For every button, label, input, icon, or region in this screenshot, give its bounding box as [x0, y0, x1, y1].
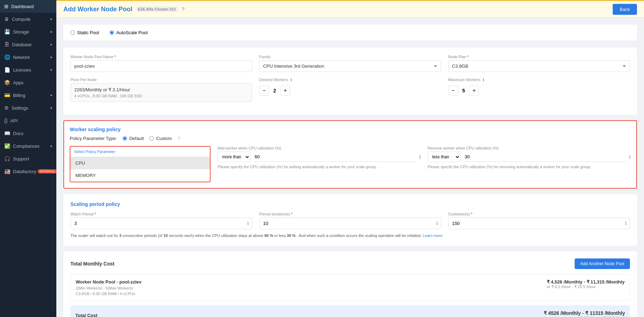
main-form-section: Worker Node Pool Name * Family CPU Inten… — [63, 48, 637, 115]
add-worker-condition-select[interactable]: more than less than — [218, 152, 250, 162]
period-inputs-row: Watch Period * ℹ Period duration(s) * — [70, 212, 630, 229]
max-workers-group: Maximum Workers ℹ − 5 + — [448, 78, 630, 102]
custom-policy-radio[interactable] — [149, 136, 154, 141]
period-duration-label: Period duration(s) * — [259, 212, 441, 216]
watch-period-info-icon[interactable]: ℹ — [244, 218, 252, 229]
autoscale-pool-radio[interactable] — [110, 30, 114, 35]
policy-dropdown-header: Select Policy Parameter — [70, 147, 210, 157]
add-another-node-pool-button[interactable]: Add Another Node Pool — [575, 258, 630, 269]
chevron-icon: ▾ — [50, 43, 52, 47]
sidebar-item-licenses[interactable]: 📄 Licenses ▾ — [0, 63, 56, 76]
autoscale-pool-label: AutoScale Pool — [116, 30, 148, 35]
watch-period-input[interactable] — [71, 218, 244, 229]
remove-worker-value-input[interactable] — [463, 152, 626, 162]
policy-params-container: Select Policy Parameter CPU MEMORY Add w… — [70, 146, 631, 182]
family-select[interactable]: CPU Intensive 3rd Generation — [259, 60, 441, 72]
total-cost-label: Total Cost — [75, 313, 98, 317]
sidebar-item-billing[interactable]: 💳 Billing ▾ — [0, 89, 56, 102]
desired-workers-label: Desired Workers ℹ — [259, 78, 441, 82]
remove-worker-label: Remove worker when CPU utilization (%) — [428, 146, 631, 150]
static-pool-radio[interactable] — [70, 30, 75, 35]
back-button[interactable]: Back — [613, 4, 637, 15]
sidebar-item-label: Support — [13, 156, 29, 161]
desired-workers-decrement[interactable]: − — [259, 86, 269, 96]
remove-worker-description: Please specify the CPU utilization (%) f… — [428, 164, 631, 170]
default-policy-label: Default — [129, 136, 144, 141]
sidebar-item-compliances[interactable]: ✅ Compliances ▾ — [0, 140, 56, 152]
period-duration-info-icon[interactable]: ℹ — [433, 218, 441, 229]
cost-node-card: Worker Node Pool - pool-zziev 2(Min Work… — [70, 274, 630, 301]
price-label: Price Per Node — [70, 78, 252, 82]
max-workers-info-icon[interactable]: ℹ — [483, 78, 484, 82]
sidebar-item-support[interactable]: 🎧 Support — [0, 152, 56, 165]
desired-workers-increment[interactable]: + — [280, 86, 290, 96]
desired-workers-info-icon[interactable]: ℹ — [290, 78, 292, 82]
autoscale-pool-option[interactable]: AutoScale Pool — [110, 30, 148, 35]
cooldown-input[interactable] — [449, 218, 622, 229]
sidebar-item-label: Network — [13, 55, 30, 60]
add-worker-value-input[interactable] — [253, 152, 416, 162]
period-duration-wrapper: ℹ — [259, 218, 441, 229]
add-worker-info-icon[interactable]: ℹ — [419, 154, 421, 160]
sidebar-item-label: Datafactory — [13, 169, 36, 174]
add-worker-col: Add worker when CPU utilization (%) more… — [218, 146, 421, 182]
cost-section: Total Monthly Cost Add Another Node Pool… — [63, 251, 637, 317]
max-workers-increment[interactable]: + — [469, 86, 479, 96]
sidebar-item-api[interactable]: {} API — [0, 114, 56, 127]
policy-option-memory[interactable]: MEMORY — [70, 169, 210, 182]
sidebar-item-label: Settings — [12, 105, 28, 111]
cost-spec-info: C3.8GB / 8.00 GB RAM / 4 vCPUs — [76, 292, 142, 296]
page-title-row: Add Worker Node Pool E2E-K8s-Cluster-311… — [63, 6, 185, 13]
period-duration-input[interactable] — [260, 218, 433, 229]
total-cost-amounts: ₹ 4526 /Monthly - ₹ 11315 /Monthly or ₹ … — [544, 310, 625, 317]
sidebar-item-storage[interactable]: 💾 Storage ▾ — [0, 25, 56, 38]
family-group: Family CPU Intensive 3rd Generation — [259, 55, 441, 72]
compliances-icon: ✅ — [4, 143, 10, 149]
chevron-icon: ▾ — [50, 93, 52, 97]
scaling-period-section: Scaling period policy Watch Period * ℹ P… — [63, 194, 637, 246]
scaling-period-title: Scaling period policy — [70, 201, 630, 207]
cooldown-info-icon[interactable]: ℹ — [622, 218, 630, 229]
help-icon[interactable]: ? — [182, 6, 185, 12]
period-duration-group: Period duration(s) * ℹ — [259, 212, 441, 229]
static-pool-option[interactable]: Static Pool — [70, 30, 99, 35]
custom-policy-option[interactable]: Custom — [149, 136, 172, 141]
desired-workers-stepper: − 2 + — [259, 86, 441, 96]
max-workers-decrement[interactable]: − — [448, 86, 458, 96]
cost-monthly-range: ₹ 4,526 /Monthly - ₹ 11,315 /Monthly — [547, 279, 625, 285]
policy-option-cpu[interactable]: CPU — [70, 157, 210, 169]
node-plan-select[interactable]: C3.8GB — [448, 60, 630, 72]
remove-worker-input-row: less than more than ℹ — [428, 152, 631, 162]
cost-total-row: Total Cost ₹ 4526 /Monthly - ₹ 11315 /Mo… — [75, 310, 625, 317]
default-policy-radio[interactable] — [123, 136, 127, 141]
sidebar-item-compute[interactable]: 🖥 Compute ▾ — [0, 13, 56, 25]
sidebar-item-label: Dashboard — [11, 4, 34, 9]
remove-worker-condition-select[interactable]: less than more than — [428, 152, 461, 162]
cost-hourly-range: or ₹ 6.2 /Hour - ₹ 15.5 /Hour — [547, 285, 625, 289]
sidebar-item-label: Billing — [13, 93, 25, 98]
sidebar-item-label: Licenses — [13, 67, 31, 73]
sidebar-item-apps[interactable]: 📦 Apps — [0, 76, 56, 89]
sidebar-item-settings[interactable]: ⚙ Settings ▾ — [0, 102, 56, 114]
sidebar-item-label: Apps — [13, 80, 24, 85]
cost-node-row: Worker Node Pool - pool-zziev 2(Min Work… — [76, 279, 625, 296]
storage-icon: 💾 — [4, 29, 10, 35]
cost-node-right: ₹ 4,526 /Monthly - ₹ 11,315 /Monthly or … — [547, 279, 625, 289]
policy-help-icon[interactable]: ? — [177, 136, 180, 141]
sidebar-item-database[interactable]: 🗄 Database ▾ — [0, 38, 56, 51]
sidebar-item-network[interactable]: 🌐 Network ▾ — [0, 51, 56, 63]
default-policy-option[interactable]: Default — [123, 136, 144, 141]
learn-more-link[interactable]: Learn more — [423, 233, 442, 238]
chevron-icon: ▾ — [50, 144, 52, 148]
sidebar-item-dashboard[interactable]: ⊞ Dashboard — [0, 0, 56, 13]
cost-title: Total Monthly Cost — [70, 261, 114, 267]
cost-header-row: Total Monthly Cost Add Another Node Pool — [70, 258, 630, 269]
sidebar-item-docs[interactable]: 📖 Docs — [0, 127, 56, 140]
pool-name-label: Worker Node Pool Name * — [70, 55, 252, 59]
cost-total-card: Total Cost ₹ 4526 /Monthly - ₹ 11315 /Mo… — [70, 305, 630, 317]
top-bar: Add Worker Node Pool E2E-K8s-Cluster-311… — [56, 0, 644, 18]
cooldown-wrapper: ℹ — [448, 218, 630, 229]
sidebar-item-datafactory[interactable]: 🏭 Datafactory INTERNAL ▾ — [0, 165, 56, 178]
pool-name-input[interactable] — [70, 60, 252, 72]
remove-worker-info-icon[interactable]: ℹ — [629, 154, 631, 160]
